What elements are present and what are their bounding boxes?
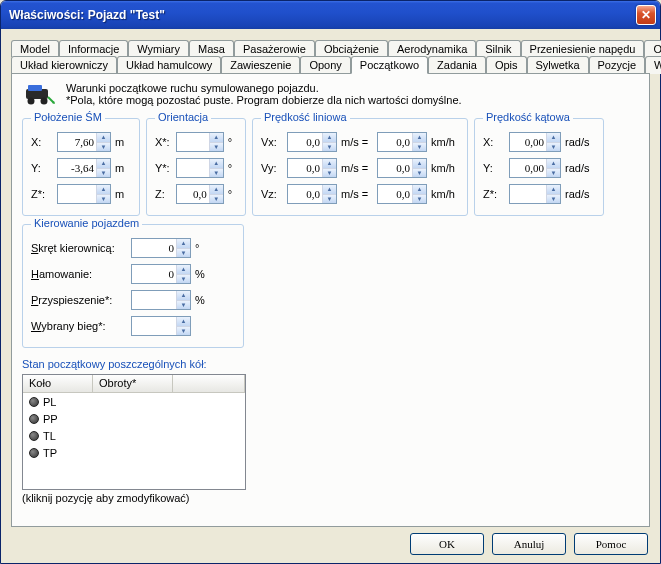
spin-down-icon[interactable]: ▼ (97, 195, 110, 204)
tab-zawieszenie[interactable]: Zawieszenie (221, 56, 300, 74)
spin-up-icon[interactable]: ▲ (323, 133, 336, 143)
spinner[interactable]: ▲ ▼ (287, 184, 337, 204)
spin-up-icon[interactable]: ▲ (177, 317, 190, 327)
spinner[interactable]: ▲ ▼ (509, 158, 561, 178)
spin-up-icon[interactable]: ▲ (323, 159, 336, 169)
spinner[interactable]: ▲ ▼ (176, 184, 224, 204)
tab-pasażerowie[interactable]: Pasażerowie (234, 40, 315, 57)
spin-up-icon[interactable]: ▲ (210, 159, 223, 169)
spin-down-icon[interactable]: ▼ (323, 143, 336, 152)
spin-down-icon[interactable]: ▼ (413, 195, 426, 204)
spin-up-icon[interactable]: ▲ (547, 133, 560, 143)
spin-down-icon[interactable]: ▼ (97, 143, 110, 152)
table-row[interactable]: PP (23, 410, 245, 427)
spinner[interactable]: ▲ ▼ (377, 132, 427, 152)
spin-down-icon[interactable]: ▼ (413, 143, 426, 152)
tab-aerodynamika[interactable]: Aerodynamika (388, 40, 476, 57)
tab-sylwetka[interactable]: Sylwetka (527, 56, 589, 74)
spin-down-icon[interactable]: ▼ (210, 143, 223, 152)
spin-down-icon[interactable]: ▼ (547, 169, 560, 178)
spinner[interactable]: ▲ ▼ (377, 184, 427, 204)
tab-obciążenie[interactable]: Obciążenie (315, 40, 388, 57)
spinner[interactable]: ▲ ▼ (131, 264, 191, 284)
ok-button[interactable]: OK (410, 533, 484, 555)
spin-down-icon[interactable]: ▼ (210, 169, 223, 178)
tab-początkowo[interactable]: Początkowo (351, 56, 428, 74)
cancel-button[interactable]: Anuluj (492, 533, 566, 555)
spinner[interactable]: ▲ ▼ (509, 132, 561, 152)
spin-down-icon[interactable]: ▼ (177, 301, 190, 310)
spinner-input[interactable] (132, 317, 176, 335)
spin-up-icon[interactable]: ▲ (413, 159, 426, 169)
spinner-input[interactable] (132, 265, 176, 283)
spinner[interactable]: ▲ ▼ (176, 158, 224, 178)
wheel-table[interactable]: KołoObroty* PL PP TL (22, 374, 246, 490)
spinner[interactable]: ▲ ▼ (131, 290, 191, 310)
tab-zadania[interactable]: Zadania (428, 56, 486, 74)
spinner-input[interactable] (378, 185, 412, 203)
spin-down-icon[interactable]: ▼ (97, 169, 110, 178)
spin-down-icon[interactable]: ▼ (547, 195, 560, 204)
table-header[interactable]: Koło (23, 375, 93, 393)
spinner[interactable]: ▲ ▼ (287, 158, 337, 178)
tab-wymiary[interactable]: Wymiary (128, 40, 189, 57)
spinner-input[interactable] (58, 159, 96, 177)
spinner-input[interactable] (510, 185, 546, 203)
spinner[interactable]: ▲ ▼ (287, 132, 337, 152)
tab-opis[interactable]: Opis (486, 56, 527, 74)
spinner-input[interactable] (510, 159, 546, 177)
tab-układ-hamulcowy[interactable]: Układ hamulcowy (117, 56, 221, 74)
tab-pozycje[interactable]: Pozycje (589, 56, 646, 74)
spinner-input[interactable] (288, 159, 322, 177)
spinner[interactable]: ▲ ▼ (57, 184, 111, 204)
tab-wygląd[interactable]: Wygląd (645, 56, 661, 74)
spin-up-icon[interactable]: ▲ (413, 185, 426, 195)
tab-przeniesienie-napędu[interactable]: Przeniesienie napędu (521, 40, 645, 57)
spin-up-icon[interactable]: ▲ (547, 185, 560, 195)
spin-up-icon[interactable]: ▲ (323, 185, 336, 195)
spinner-input[interactable] (132, 291, 176, 309)
spinner-input[interactable] (288, 133, 322, 151)
spinner-input[interactable] (177, 185, 209, 203)
spin-up-icon[interactable]: ▲ (177, 239, 190, 249)
spin-up-icon[interactable]: ▲ (177, 291, 190, 301)
tab-masa[interactable]: Masa (189, 40, 234, 57)
spin-down-icon[interactable]: ▼ (210, 195, 223, 204)
spin-up-icon[interactable]: ▲ (547, 159, 560, 169)
spin-up-icon[interactable]: ▲ (97, 133, 110, 143)
spin-up-icon[interactable]: ▲ (210, 185, 223, 195)
table-row[interactable]: TP (23, 444, 245, 461)
spin-up-icon[interactable]: ▲ (97, 185, 110, 195)
spin-up-icon[interactable]: ▲ (413, 133, 426, 143)
spinner-input[interactable] (177, 133, 209, 151)
table-row[interactable]: TL (23, 427, 245, 444)
spinner-input[interactable] (288, 185, 322, 203)
spinner-input[interactable] (378, 159, 412, 177)
table-row[interactable]: PL (23, 393, 245, 410)
spinner[interactable]: ▲ ▼ (57, 158, 111, 178)
spinner-input[interactable] (510, 133, 546, 151)
tab-osiągi[interactable]: Osiągi (644, 40, 661, 57)
spinner[interactable]: ▲ ▼ (57, 132, 111, 152)
table-header[interactable]: Obroty* (93, 375, 173, 393)
tab-układ-kierowniczy[interactable]: Układ kierowniczy (11, 56, 117, 74)
spin-down-icon[interactable]: ▼ (323, 169, 336, 178)
spinner[interactable]: ▲ ▼ (131, 316, 191, 336)
spin-up-icon[interactable]: ▲ (97, 159, 110, 169)
spin-up-icon[interactable]: ▲ (210, 133, 223, 143)
spinner-input[interactable] (132, 239, 176, 257)
spin-down-icon[interactable]: ▼ (413, 169, 426, 178)
tab-informacje[interactable]: Informacje (59, 40, 128, 57)
tab-model[interactable]: Model (11, 40, 59, 57)
spin-down-icon[interactable]: ▼ (323, 195, 336, 204)
spinner[interactable]: ▲ ▼ (131, 238, 191, 258)
spinner[interactable]: ▲ ▼ (176, 132, 224, 152)
spin-down-icon[interactable]: ▼ (177, 327, 190, 336)
spin-down-icon[interactable]: ▼ (177, 275, 190, 284)
spinner-input[interactable] (58, 133, 96, 151)
spin-down-icon[interactable]: ▼ (547, 143, 560, 152)
spinner-input[interactable] (58, 185, 96, 203)
spinner[interactable]: ▲ ▼ (509, 184, 561, 204)
spinner[interactable]: ▲ ▼ (377, 158, 427, 178)
help-button[interactable]: Pomoc (574, 533, 648, 555)
